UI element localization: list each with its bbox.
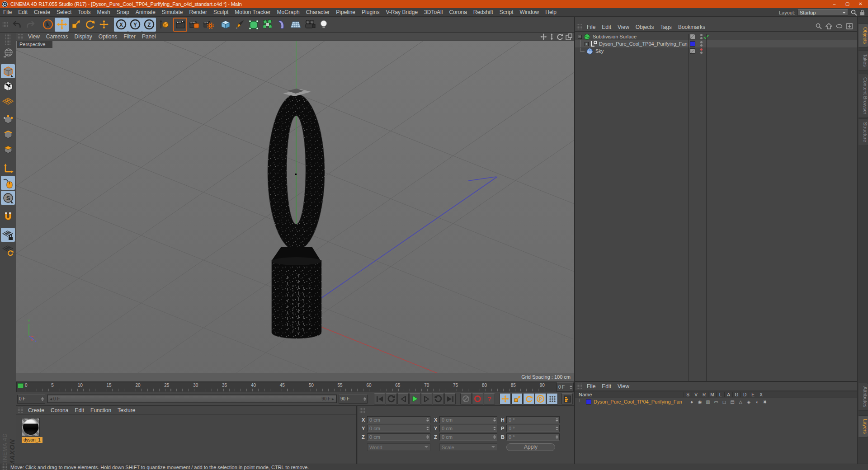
visibility-dots[interactable]: [700, 41, 703, 47]
size-x-field[interactable]: 0 cm: [439, 416, 497, 423]
timeline-ruler[interactable]: 051015202530354045505560657075808590 0 F: [16, 382, 574, 392]
layer-column-header[interactable]: D: [741, 392, 749, 397]
current-frame-spinner[interactable]: 0 F: [17, 395, 45, 404]
pos-z-field[interactable]: 0 cm: [367, 433, 430, 441]
viewport-menu-item[interactable]: Panel: [139, 33, 159, 40]
object-manager-menu-item[interactable]: Bookmarks: [675, 24, 708, 30]
menu-item[interactable]: MoGraph: [274, 9, 303, 15]
material-menu-item[interactable]: Texture: [114, 407, 138, 414]
search-icon[interactable]: [851, 9, 857, 16]
layer-column-header[interactable]: L: [716, 392, 724, 397]
close-button[interactable]: ✕: [854, 0, 867, 8]
layer-lock-icon[interactable]: ◻: [720, 400, 728, 404]
viewport-view-label[interactable]: Perspective: [17, 41, 52, 48]
object-manager-menu-item[interactable]: Tags: [657, 24, 675, 30]
layer-manager-icon[interactable]: ▭: [712, 400, 720, 404]
rot-h-field[interactable]: 0 °: [506, 416, 560, 423]
autokey-button[interactable]: [460, 393, 472, 404]
menu-item[interactable]: Sculpt: [210, 9, 231, 15]
material-thumbnail[interactable]: [22, 418, 40, 436]
layer-deformers-icon[interactable]: ◈: [745, 400, 753, 404]
menu-item[interactable]: Redshift: [470, 9, 496, 15]
play-backwards-button[interactable]: [386, 393, 397, 404]
layer-manager-menu-item[interactable]: File: [584, 383, 599, 390]
key-pla-button[interactable]: [547, 393, 558, 404]
fan-model[interactable]: [268, 89, 325, 338]
object-manager-menu-item[interactable]: View: [614, 24, 632, 30]
menu-item[interactable]: V-Ray Bridge: [382, 9, 421, 15]
maximize-button[interactable]: ▢: [841, 0, 854, 8]
menu-item[interactable]: Create: [31, 9, 53, 15]
lock-z-axis-button[interactable]: Z: [142, 18, 156, 32]
menu-item[interactable]: Edit: [15, 9, 31, 15]
render-settings-button[interactable]: [201, 18, 215, 32]
texture-mode-button[interactable]: [1, 79, 15, 93]
layer-swatch-none[interactable]: [690, 34, 695, 39]
layer-column-header[interactable]: M: [708, 392, 716, 397]
workplane-rotate-button[interactable]: [1, 243, 15, 257]
add-panel-icon[interactable]: [846, 23, 853, 29]
lock-x-axis-button[interactable]: X: [114, 18, 128, 32]
menu-item[interactable]: Corona: [446, 9, 470, 15]
stepper-arrows-icon[interactable]: [570, 383, 572, 391]
menu-item[interactable]: Animate: [132, 9, 159, 15]
left-toolbar-grip[interactable]: [5, 33, 11, 39]
object-manager-menu-item[interactable]: File: [584, 24, 599, 30]
scale-tool-button[interactable]: [69, 18, 83, 32]
menu-item[interactable]: Plugins: [359, 9, 382, 15]
go-to-start-button[interactable]: [374, 393, 385, 404]
layer-generators-icon[interactable]: △: [736, 400, 745, 404]
stepper-arrows-icon[interactable]: [41, 395, 44, 403]
enable-axis-button[interactable]: [1, 161, 15, 175]
layer-swatch-none[interactable]: [690, 48, 695, 54]
menu-item[interactable]: Motion Tracker: [231, 9, 274, 15]
layer-row-dyson[interactable]: Dyson_Pure_Cool_TP04_Purifying_Fan ● ◉ ▥…: [575, 398, 857, 405]
menu-item[interactable]: Help: [542, 9, 560, 15]
redo-button[interactable]: [24, 18, 38, 32]
next-frame-button[interactable]: [421, 393, 432, 404]
rot-p-field[interactable]: 0 °: [506, 425, 560, 432]
move-tool-button[interactable]: [55, 18, 69, 32]
toggle-maximize-view-icon[interactable]: [566, 33, 572, 40]
model-mode-button[interactable]: [1, 64, 15, 78]
polygons-mode-button[interactable]: [1, 142, 15, 156]
spline-pen-button[interactable]: [232, 18, 246, 32]
viewport-grip[interactable]: [18, 34, 24, 40]
loop-button[interactable]: [433, 393, 444, 404]
material-menu-item[interactable]: Edit: [71, 407, 87, 414]
apply-button[interactable]: Apply: [506, 443, 555, 451]
stepper-arrows-icon[interactable]: [363, 395, 366, 403]
layer-solo-icon[interactable]: ●: [688, 400, 696, 404]
menu-item[interactable]: Mesh: [94, 9, 113, 15]
layer-column-header[interactable]: R: [700, 392, 708, 397]
material-menu-item[interactable]: Corona: [47, 407, 71, 414]
subdivision-surface-button[interactable]: [246, 18, 260, 32]
pos-y-field[interactable]: 0 cm: [367, 425, 430, 432]
object-name[interactable]: Dyson_Pure_Cool_TP04_Purifying_Fan: [599, 41, 688, 47]
object-manager-menu-item[interactable]: Edit: [599, 24, 614, 30]
record-keyframe-button[interactable]: [472, 393, 483, 404]
layer-column-header[interactable]: A: [724, 392, 732, 397]
workplane-mode-button[interactable]: [1, 94, 15, 108]
magnet-button[interactable]: [1, 209, 15, 223]
layer-manager-grip[interactable]: [576, 383, 582, 389]
layer-column-header[interactable]: X: [757, 392, 765, 397]
rot-b-field[interactable]: 0 °: [506, 433, 560, 441]
coord-mode-dropdown[interactable]: World: [367, 443, 430, 451]
object-manager-menu-item[interactable]: Objects: [632, 24, 657, 30]
layer-column-header[interactable]: E: [749, 392, 757, 397]
viewport-menu-item[interactable]: Cameras: [43, 33, 71, 40]
menu-item[interactable]: Script: [496, 9, 517, 15]
home-icon[interactable]: [826, 23, 832, 29]
tab-content-browser[interactable]: Content Browser: [859, 74, 868, 118]
menu-item[interactable]: Simulate: [159, 9, 186, 15]
key-parameter-button[interactable]: P: [535, 393, 546, 404]
key-rotation-button[interactable]: [523, 393, 534, 404]
viewport-canvas[interactable]: Y z x: [16, 41, 574, 381]
material-manager-grip[interactable]: [18, 407, 24, 413]
toolbar-grip[interactable]: [2, 22, 8, 28]
layer-animation-icon[interactable]: ▤: [728, 400, 736, 404]
timeline-panel-button[interactable]: [561, 393, 573, 404]
snap-button[interactable]: S: [1, 191, 15, 205]
collapse-icon[interactable]: −: [578, 35, 582, 39]
